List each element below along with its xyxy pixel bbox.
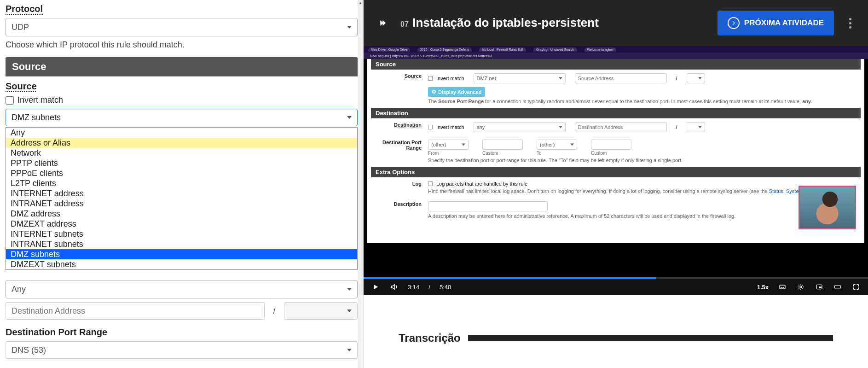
- vf-dest-addr-input[interactable]: [575, 122, 667, 132]
- lesson-title: Instalação do iptables-persistent: [412, 16, 599, 29]
- vf-source-help: The Source Port Range for a connection i…: [428, 99, 856, 104]
- vf-source-addr-input[interactable]: [575, 73, 667, 83]
- vf-desc-label: Description: [376, 201, 422, 207]
- source-option[interactable]: PPPoE clients: [6, 168, 357, 178]
- protocol-value: UDP: [12, 23, 29, 32]
- dpr-select[interactable]: DNS (53): [6, 341, 358, 359]
- source-select-value: DMZ subnets: [12, 113, 61, 123]
- browser-url-bar: Não seguro | https://192.168.56.10/firew…: [364, 53, 868, 59]
- source-option[interactable]: PPTP clients: [6, 158, 357, 168]
- browser-tab[interactable]: Graylog - Unsaved Search: [533, 47, 577, 52]
- vf-log-checkbox[interactable]: [428, 181, 433, 186]
- next-activity-button[interactable]: PRÓXIMA ATIVIDADE: [718, 11, 834, 35]
- source-option[interactable]: Network: [6, 148, 357, 158]
- display-advanced-button[interactable]: ⚙ Display Advanced: [428, 87, 485, 97]
- source-select[interactable]: DMZ subnets: [6, 109, 358, 126]
- time-sep: /: [428, 284, 430, 291]
- next-activity-label: PRÓXIMA ATIVIDADE: [744, 18, 824, 28]
- transcript-header: Transcrição: [399, 332, 833, 345]
- destination-address-input[interactable]: [6, 302, 265, 320]
- source-option[interactable]: INTRANET subnets: [6, 239, 357, 249]
- source-option[interactable]: Any: [6, 128, 357, 138]
- dpr-value: DNS (53): [12, 345, 46, 355]
- settings-button[interactable]: [796, 282, 805, 292]
- play-button[interactable]: [371, 282, 380, 292]
- vf-log-help: Hint: the firewall has limited local log…: [428, 188, 856, 194]
- vf-port-from-custom[interactable]: [482, 140, 523, 150]
- scroll-up-arrow[interactable]: ▲: [358, 0, 363, 6]
- slash: /: [267, 302, 281, 320]
- vf-port-to-custom[interactable]: [591, 140, 631, 150]
- time-current: 3:14: [408, 284, 419, 291]
- video-player[interactable]: Meu Drive - Google Drive2726 - Curso 2 S…: [364, 46, 868, 295]
- vf-dest-select[interactable]: any: [474, 122, 566, 132]
- protocol-help: Choose which IP protocol this rule shoul…: [6, 40, 358, 50]
- volume-button[interactable]: [389, 282, 399, 292]
- browser-tab[interactable]: lab.local - Firewall Rules Edit: [479, 47, 526, 52]
- browser-url: Não seguro | https://192.168.56.10/firew…: [370, 54, 493, 58]
- browser-tab[interactable]: Welcome to nginx!: [584, 47, 616, 52]
- source-invert-label: Invert match: [17, 95, 63, 105]
- scrollbar-track[interactable]: ▲: [358, 0, 363, 368]
- dpr-label: Destination Port Range: [6, 327, 358, 338]
- protocol-label: Protocol: [6, 4, 358, 14]
- vf-port-from-select[interactable]: (other): [428, 140, 469, 150]
- browser-tabs-bar: Meu Drive - Google Drive2726 - Curso 2 S…: [364, 46, 868, 53]
- playback-speed[interactable]: 1.5x: [757, 284, 769, 291]
- transcript-divider: [468, 335, 833, 341]
- source-option[interactable]: INTRANET address: [6, 199, 357, 209]
- protocol-select[interactable]: UDP: [6, 18, 358, 36]
- source-label: Source: [6, 81, 358, 92]
- source-option[interactable]: INTERNET address: [6, 188, 357, 199]
- destination-type-value: Any: [12, 285, 26, 294]
- svg-point-3: [800, 286, 802, 288]
- vf-source-select[interactable]: DMZ net: [474, 73, 566, 83]
- captions-button[interactable]: [778, 282, 787, 292]
- vf-dest-mask[interactable]: [687, 122, 705, 132]
- time-total: 5:40: [440, 284, 451, 291]
- svg-rect-1: [781, 287, 782, 288]
- source-option[interactable]: L2TP clients: [6, 178, 357, 188]
- browser-tab[interactable]: Meu Drive - Google Drive: [368, 47, 410, 52]
- vf-source-invert-label: Invert match: [436, 76, 464, 81]
- svg-rect-2: [783, 287, 784, 288]
- source-dropdown[interactable]: AnyAddress or AliasNetworkPPTP clientsPP…: [6, 127, 358, 270]
- theater-button[interactable]: [833, 282, 842, 292]
- vf-desc-help: A description may be entered here for ad…: [428, 213, 856, 219]
- gear-icon: ⚙: [432, 89, 436, 95]
- vf-source-invert-checkbox[interactable]: [428, 76, 433, 81]
- browser-tab[interactable]: 2726 - Curso 2 Segurança Defens: [417, 47, 472, 52]
- vf-port-to-select[interactable]: (other): [537, 140, 577, 150]
- vf-dest-label: Destination: [376, 122, 422, 128]
- vf-section-dest: Destination: [371, 108, 861, 118]
- source-option[interactable]: INTERNET subnets: [6, 229, 357, 239]
- section-source-bar: Source: [6, 57, 358, 76]
- vf-desc-input[interactable]: [428, 201, 548, 211]
- fullscreen-button[interactable]: [851, 282, 861, 292]
- destination-mask-select[interactable]: [284, 302, 358, 320]
- vf-slash: /: [676, 76, 677, 81]
- source-option[interactable]: DMZEXT address: [6, 219, 357, 229]
- destination-type-select[interactable]: Any: [6, 280, 358, 298]
- vf-source-label: Source: [376, 73, 422, 79]
- source-option[interactable]: DMZ address: [6, 209, 357, 219]
- source-invert-checkbox[interactable]: [6, 96, 14, 105]
- expand-sidebar-button[interactable]: [375, 15, 391, 31]
- course-header: 07 Instalação do iptables-persistent PRÓ…: [364, 0, 868, 46]
- more-menu-button[interactable]: [843, 18, 857, 29]
- source-option[interactable]: DMZEXT subnets: [6, 259, 357, 269]
- source-option[interactable]: DMZ subnets: [6, 249, 357, 259]
- arrow-right-icon: [728, 17, 740, 29]
- transcript-title: Transcrição: [399, 332, 461, 345]
- vf-source-mask[interactable]: [687, 73, 705, 83]
- vf-section-extra: Extra Options: [371, 167, 861, 177]
- svg-rect-5: [819, 286, 822, 288]
- lesson-number: 07: [400, 20, 409, 28]
- source-option[interactable]: Address or Alias: [6, 138, 357, 148]
- pfsense-form: Source Source Invert match DMZ net: [367, 59, 864, 243]
- vf-section-source: Source: [371, 59, 861, 70]
- video-frame: Meu Drive - Google Drive2726 - Curso 2 S…: [364, 46, 868, 295]
- course-panel: 07 Instalação do iptables-persistent PRÓ…: [363, 0, 868, 368]
- vf-dest-invert-checkbox[interactable]: [428, 125, 433, 129]
- pip-button[interactable]: [815, 282, 824, 292]
